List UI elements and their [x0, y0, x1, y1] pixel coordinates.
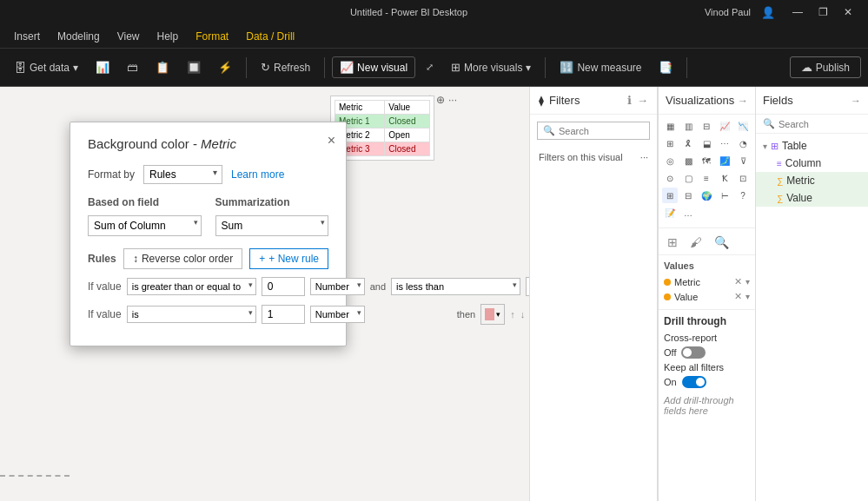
rule1-type1-select[interactable]: Number Percent — [310, 278, 365, 295]
viz-tab-format[interactable]: 🖌 — [685, 232, 707, 254]
viz-icon-line[interactable]: 📈 — [717, 118, 732, 134]
dialog-title-italic: Metric — [201, 136, 236, 151]
viz-field-value-chevron[interactable]: ▾ — [745, 292, 750, 301]
maximize-button[interactable]: ❐ — [812, 4, 835, 20]
filters-on-visual-row[interactable]: Filters on this visual ··· — [530, 147, 657, 168]
rule2-down-button[interactable]: ↓ — [520, 309, 526, 320]
fields-table-name: Table — [782, 140, 807, 152]
new-visual-button[interactable]: 📈 New visual — [332, 56, 415, 78]
viz-icon-card[interactable]: ▢ — [680, 170, 696, 186]
fields-expand-icon[interactable]: → — [851, 95, 861, 107]
window-controls[interactable]: — ❐ ✕ — [785, 4, 859, 20]
keep-all-filters-toggle[interactable] — [682, 376, 706, 388]
cross-report-toggle[interactable] — [681, 346, 706, 359]
viz-field-value-remove[interactable]: ✕ — [734, 291, 742, 302]
new-measure-button[interactable]: 🔢 New measure — [553, 57, 648, 77]
close-button[interactable]: ✕ — [837, 4, 859, 20]
viz-icon-qa[interactable]: ? — [735, 188, 751, 203]
viz-icon-waterfall[interactable]: ⬓ — [699, 135, 714, 151]
excel-button[interactable]: 📊 — [89, 57, 116, 77]
dataflow-button[interactable]: 🔲 — [180, 57, 208, 77]
viz-icon-ribbon[interactable]: 🎗 — [680, 135, 696, 151]
fields-metric-item[interactable]: ∑ Metric — [756, 172, 868, 189]
filters-info-icon[interactable]: ℹ — [627, 94, 632, 107]
viz-icon-treemap[interactable]: ▩ — [680, 153, 696, 168]
viz-icon-table[interactable]: ⊞ — [662, 188, 678, 203]
viz-field-metric-chevron[interactable]: ▾ — [745, 277, 750, 287]
viz-icon-matrix[interactable]: ⊟ — [680, 188, 696, 203]
viz-icon-multirow-card[interactable]: ≡ — [699, 170, 714, 186]
sql-button[interactable]: 🗃 — [120, 57, 145, 77]
more-visuals-button[interactable]: ⊞ More visuals ▾ — [444, 57, 538, 77]
filters-expand-icon[interactable]: → — [637, 94, 648, 107]
menu-data-drill[interactable]: Data / Drill — [237, 27, 303, 46]
based-on-field-label: Based on field — [88, 196, 202, 208]
rule-row-2: If value is is greater than or equal to … — [88, 304, 328, 325]
viz-icon-slicer[interactable]: ⊡ — [735, 170, 751, 186]
enter-data-button[interactable]: 📋 — [149, 57, 176, 77]
viz-icon-line-clustered[interactable]: ⊞ — [662, 135, 678, 151]
menu-help[interactable]: Help — [149, 27, 188, 46]
get-data-label: Get data — [30, 62, 70, 74]
summarization-select[interactable]: Sum — [215, 215, 329, 236]
rule1-value1-input[interactable] — [262, 277, 305, 296]
dialog-close-button[interactable]: × — [328, 133, 335, 148]
viz-icon-map[interactable]: 🗺 — [699, 153, 714, 168]
menu-format[interactable]: Format — [187, 27, 237, 46]
viz-icon-kpi[interactable]: Ꝁ — [717, 170, 732, 186]
rule2-up-button[interactable]: ↑ — [510, 309, 515, 320]
transform-button[interactable]: ⚡ — [211, 57, 239, 77]
fields-value-item[interactable]: ∑ Value — [756, 189, 868, 207]
fields-table-row[interactable]: ▾ ⊞ Table — [756, 137, 868, 155]
rule2-condition-select[interactable]: is is greater than or equal to is less t… — [127, 306, 256, 323]
viz-icon-scatter[interactable]: ⋯ — [717, 135, 732, 151]
viz-icon-azure-map[interactable]: 🌍 — [699, 188, 714, 203]
viz-icon-clustered-bar[interactable]: ⊟ — [699, 118, 714, 134]
format-by-select-wrapper: Rules Color scale Field value — [143, 165, 222, 184]
table-icon-btn[interactable]: 📑 — [652, 57, 679, 77]
rule2-color-button[interactable]: ▾ — [480, 304, 505, 325]
rule1-condition1-select[interactable]: is greater than or equal to is less than… — [127, 278, 256, 295]
get-data-button[interactable]: 🗄 Get data ▾ — [7, 57, 85, 78]
minimize-button[interactable]: — — [785, 4, 810, 20]
viz-icon-gauge[interactable]: ⊙ — [662, 170, 678, 186]
viz-icon-stacked-bar[interactable]: ▥ — [680, 118, 696, 134]
viz-icon-decomp-tree[interactable]: ⊢ — [717, 188, 732, 203]
viz-icon-filled-map[interactable]: 🗾 — [717, 153, 732, 168]
viz-expand-button[interactable]: → — [738, 95, 748, 107]
fields-column-item[interactable]: ≡ Column — [756, 155, 868, 172]
viz-tab-analytics[interactable]: 🔍 — [709, 232, 734, 254]
visual-expand-button[interactable]: ⤢ — [419, 58, 441, 76]
viz-field-metric-remove[interactable]: ✕ — [734, 276, 742, 287]
menu-modeling[interactable]: Modeling — [49, 27, 109, 46]
learn-more-link[interactable]: Learn more — [231, 168, 284, 181]
fields-search-input[interactable] — [779, 119, 861, 129]
more-options-icon[interactable]: ··· — [448, 94, 457, 106]
viz-icon-bar[interactable]: ▦ — [662, 118, 678, 134]
new-rule-button[interactable]: + + New rule — [249, 248, 328, 269]
rule2-type-wrapper: Number Percent — [310, 306, 365, 323]
rule1-value2-input[interactable] — [526, 277, 529, 296]
rule1-condition2-select[interactable]: is less than is greater than or equal to… — [391, 278, 520, 295]
viz-icon-narrative[interactable]: 📝 — [662, 205, 678, 221]
reverse-color-button[interactable]: ↕ Reverse color order — [123, 248, 242, 269]
viz-icon-area[interactable]: 📉 — [735, 118, 751, 134]
filter-search-input[interactable] — [559, 126, 644, 136]
viz-icon-more[interactable]: … — [680, 205, 696, 221]
based-on-field-select[interactable]: Sum of Column — [88, 215, 202, 236]
rule2-type-select[interactable]: Number Percent — [310, 306, 365, 323]
menu-view[interactable]: View — [109, 27, 149, 46]
filters-on-visual-more-icon[interactable]: ··· — [640, 152, 648, 162]
refresh-button[interactable]: ↻ Refresh — [254, 57, 317, 77]
viz-icon-funnel[interactable]: ⊽ — [735, 153, 751, 168]
summarization-select-wrapper: Sum — [215, 215, 329, 236]
publish-button[interactable]: ☁ Publish — [790, 56, 861, 78]
focus-icon[interactable]: ⊕ — [436, 94, 445, 106]
rule2-value-input[interactable] — [262, 305, 305, 324]
menu-insert[interactable]: Insert — [5, 27, 49, 46]
viz-tab-fields[interactable]: ⊞ — [662, 232, 683, 254]
viz-icon-pie[interactable]: ◔ — [735, 135, 751, 151]
viz-icon-donut[interactable]: ◎ — [662, 153, 678, 168]
filters-title-text: Filters — [549, 94, 580, 107]
format-by-select[interactable]: Rules Color scale Field value — [143, 165, 222, 184]
